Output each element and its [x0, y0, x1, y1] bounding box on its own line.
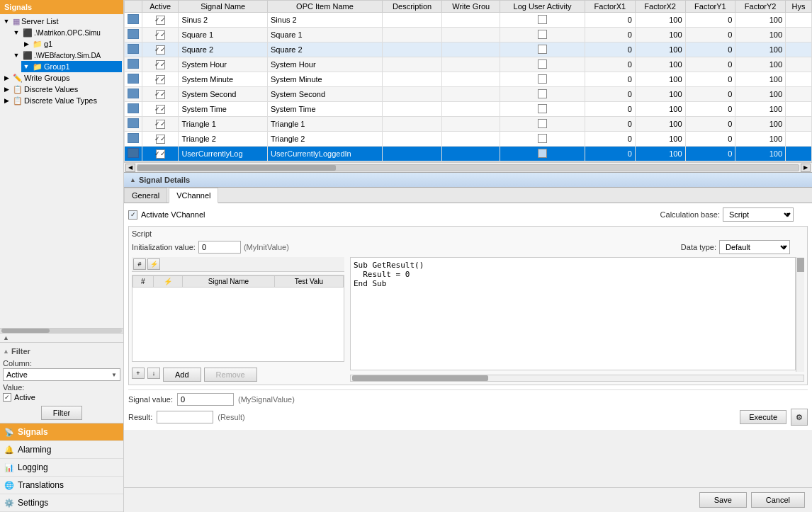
row-signal-name[interactable]: Square 2: [179, 42, 268, 57]
row-log-user[interactable]: [500, 147, 585, 161]
tree-collapse-row[interactable]: ▲: [0, 334, 123, 342]
row-factorx2[interactable]: 100: [635, 117, 685, 132]
horizontal-scrollbar[interactable]: ◀ ▶: [124, 162, 812, 172]
row-factorx2[interactable]: 100: [635, 42, 685, 57]
row-signal-name[interactable]: System Second: [179, 87, 268, 102]
cancel-button[interactable]: Cancel: [751, 492, 805, 508]
row-signal-name[interactable]: UserCurrentlyLog: [179, 147, 268, 161]
col-header-factorx1[interactable]: FactorX1: [585, 1, 636, 13]
row-signal-name[interactable]: System Time: [179, 102, 268, 117]
row-write-group[interactable]: [442, 13, 500, 28]
row-write-group[interactable]: [442, 28, 500, 42]
row-factorx2[interactable]: 100: [635, 147, 685, 161]
row-description[interactable]: [382, 28, 441, 42]
row-write-group[interactable]: [442, 117, 500, 132]
result-input[interactable]: [157, 411, 213, 423]
row-factorx1[interactable]: 0: [585, 13, 636, 28]
row-log-user[interactable]: [500, 117, 585, 132]
row-write-group[interactable]: [442, 57, 500, 72]
nav-item-logging[interactable]: 📊 Logging: [0, 459, 123, 477]
tree-item-write-groups[interactable]: ▶ ✏️ Write Groups: [1, 72, 122, 84]
row-factory1[interactable]: 0: [685, 28, 735, 42]
row-signal-name[interactable]: Sinus 2: [179, 13, 268, 28]
row-factorx1[interactable]: 0: [585, 72, 636, 87]
signal-value-input[interactable]: [177, 393, 234, 406]
row-hys[interactable]: [786, 28, 812, 42]
row-factory1[interactable]: 0: [685, 147, 735, 161]
row-hys[interactable]: [786, 72, 812, 87]
row-description[interactable]: [382, 42, 441, 57]
column-select[interactable]: Active ▼: [3, 368, 120, 381]
row-write-group[interactable]: [442, 72, 500, 87]
table-row[interactable]: ✓Triangle 1Triangle 101000100: [125, 117, 812, 132]
row-factory2[interactable]: 100: [735, 72, 786, 87]
value-checkbox-active[interactable]: [3, 393, 11, 402]
row-factorx1[interactable]: 0: [585, 102, 636, 117]
gear-button[interactable]: ⚙: [791, 409, 808, 426]
row-hys[interactable]: [786, 147, 812, 161]
row-factory2[interactable]: 100: [735, 132, 786, 147]
nav-item-signals[interactable]: 📡 Signals: [0, 423, 123, 441]
remove-signal-button[interactable]: Remove: [204, 368, 257, 382]
table-row[interactable]: ✓Sinus 2Sinus 201000100: [125, 13, 812, 28]
row-factory1[interactable]: 0: [685, 42, 735, 57]
row-factory1[interactable]: 0: [685, 87, 735, 102]
row-opc-item-name[interactable]: Triangle 1: [267, 117, 382, 132]
col-header-description[interactable]: Description: [382, 1, 441, 13]
row-factory1[interactable]: 0: [685, 132, 735, 147]
row-opc-item-name[interactable]: System Minute: [267, 72, 382, 87]
tree-item-matrikon[interactable]: ▼ ⬛ .\Matrikon.OPC.Simu: [11, 27, 122, 38]
row-hys[interactable]: [786, 117, 812, 132]
row-log-user[interactable]: [500, 132, 585, 147]
table-row[interactable]: ✓UserCurrentlyLogUserCurrentlyLoggedIn01…: [125, 147, 812, 161]
row-factory2[interactable]: 100: [735, 102, 786, 117]
table-row[interactable]: ✓Square 2Square 201000100: [125, 42, 812, 57]
row-factorx2[interactable]: 100: [635, 13, 685, 28]
row-opc-item-name[interactable]: UserCurrentlyLoggedIn: [267, 147, 382, 161]
calc-base-select[interactable]: Script Formula Constant: [723, 207, 794, 222]
row-hys[interactable]: [786, 13, 812, 28]
save-button[interactable]: Save: [699, 492, 747, 508]
col-header-signal-name[interactable]: Signal Name: [179, 1, 268, 13]
row-write-group[interactable]: [442, 132, 500, 147]
editor-h-scroll[interactable]: [350, 375, 804, 382]
row-hys[interactable]: [786, 132, 812, 147]
row-hys[interactable]: [786, 102, 812, 117]
tree-item-discrete-values[interactable]: ▶ 📋 Discrete Values: [1, 84, 122, 95]
row-opc-item-name[interactable]: Sinus 2: [267, 13, 382, 28]
filter-button[interactable]: Filter: [41, 406, 82, 420]
row-log-user[interactable]: [500, 13, 585, 28]
row-factorx1[interactable]: 0: [585, 57, 636, 72]
scroll-left-btn[interactable]: ◀: [125, 164, 135, 172]
row-factorx1[interactable]: 0: [585, 147, 636, 161]
row-down-button[interactable]: ↓: [147, 368, 160, 379]
row-signal-name[interactable]: System Minute: [179, 72, 268, 87]
tree-item-g1[interactable]: ▶ 📁 g1: [21, 38, 122, 50]
row-opc-item-name[interactable]: System Second: [267, 87, 382, 102]
row-factory1[interactable]: 0: [685, 117, 735, 132]
tree-item-group1[interactable]: ▼ 📁 Group1: [21, 61, 122, 72]
row-log-user[interactable]: [500, 42, 585, 57]
row-active[interactable]: ✓: [142, 72, 179, 87]
row-opc-item-name[interactable]: System Hour: [267, 57, 382, 72]
row-factory2[interactable]: 100: [735, 28, 786, 42]
activate-vchannel-checkbox[interactable]: [128, 210, 137, 220]
col-header-write-group[interactable]: Write Grou: [442, 1, 500, 13]
row-active[interactable]: ✓: [142, 13, 179, 28]
row-factory1[interactable]: 0: [685, 72, 735, 87]
row-factory2[interactable]: 100: [735, 57, 786, 72]
row-write-group[interactable]: [442, 87, 500, 102]
script-scrollbar[interactable]: [796, 257, 804, 372]
tree-item-webfactory[interactable]: ▼ ⬛ .\WEBfactory.Sim.DA: [11, 50, 122, 61]
table-row[interactable]: ✓System HourSystem Hour01000100: [125, 57, 812, 72]
scroll-track[interactable]: [137, 164, 799, 171]
row-factorx1[interactable]: 0: [585, 117, 636, 132]
row-factory2[interactable]: 100: [735, 42, 786, 57]
row-factorx1[interactable]: 0: [585, 132, 636, 147]
row-signal-name[interactable]: Square 1: [179, 28, 268, 42]
row-active[interactable]: ✓: [142, 87, 179, 102]
row-description[interactable]: [382, 72, 441, 87]
table-row[interactable]: ✓Triangle 2Triangle 201000100: [125, 132, 812, 147]
row-signal-name[interactable]: Triangle 1: [179, 117, 268, 132]
row-write-group[interactable]: [442, 102, 500, 117]
